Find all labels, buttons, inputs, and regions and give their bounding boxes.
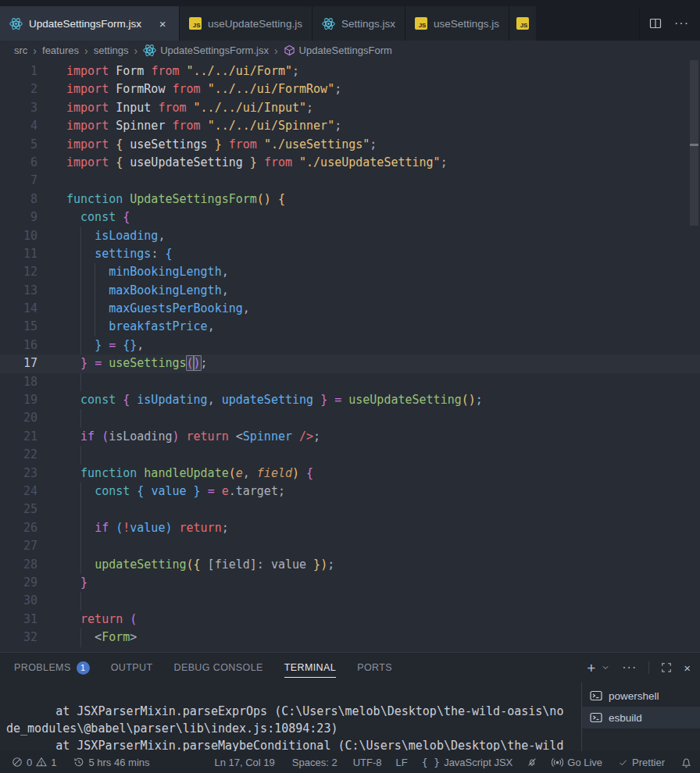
problems-status[interactable]: 0 1 (6, 753, 62, 771)
code-line-21[interactable]: 21 if (isLoading) return <Spinner />; (0, 428, 700, 446)
tab-useUpdateSetting.js[interactable]: JSuseUpdateSetting.js (180, 6, 312, 41)
code-line-28[interactable]: 28 updateSetting({ [field]: value }); (0, 556, 700, 574)
code-line-13[interactable]: 13 maxBookingLength, (0, 282, 700, 300)
indent-guide (95, 282, 95, 300)
split-editor-icon[interactable] (649, 17, 662, 30)
panel-tab-label: PORTS (357, 662, 392, 673)
notifications[interactable] (675, 753, 694, 771)
code-line-11[interactable]: 11 settings: { (0, 245, 700, 263)
code-line-3[interactable]: 3import Input from "../../ui/Input"; (0, 99, 700, 117)
line-number: 18 (0, 373, 38, 391)
code-line-12[interactable]: 12 minBookingLength, (0, 263, 700, 281)
terminal-item-esbuild[interactable]: esbuild (582, 707, 700, 728)
symbol-cube-icon (284, 45, 295, 56)
code-line-14[interactable]: 14 maxGuestsPerBooking, (0, 300, 700, 318)
code-line-7[interactable]: 7 (0, 172, 700, 190)
code-line-29[interactable]: 29 } (0, 574, 700, 592)
terminal-item-powershell[interactable]: powershell (582, 685, 700, 707)
panel-tab-problems[interactable]: PROBLEMS1 (14, 653, 90, 682)
code-line-5[interactable]: 5import { useSettings } from "./useSetti… (0, 136, 700, 154)
line-number: 17 (0, 354, 38, 372)
close-tab-icon[interactable]: × (155, 17, 170, 30)
code-line-19[interactable]: 19 const { isUpdating, updateSetting } =… (0, 391, 700, 409)
code-line-27[interactable]: 27 (0, 537, 700, 555)
more-actions-icon[interactable]: ··· (674, 17, 689, 30)
braces-icon: { } (422, 757, 440, 768)
panel-actions: + ··· × (587, 661, 691, 675)
close-panel-icon[interactable]: × (684, 662, 691, 674)
panel-tab-terminal[interactable]: TERMINAL (284, 653, 336, 682)
line-number: 30 (0, 592, 38, 610)
line-number: 20 (0, 409, 38, 427)
overview-ruler-cursor (690, 144, 698, 146)
breadcrumb-settings[interactable]: settings (94, 45, 129, 56)
time-tracker[interactable]: 5 hrs 46 mins (68, 753, 155, 771)
line-number: 2 (0, 80, 38, 98)
indent-guide (80, 373, 81, 391)
panel-tab-ports[interactable]: PORTS (357, 653, 392, 682)
eol-sequence[interactable]: LF (390, 753, 412, 771)
code-line-24[interactable]: 24 const { value } = e.target; (0, 483, 700, 500)
code-line-31[interactable]: 31 return ( (0, 611, 700, 629)
tab-useSettings.js[interactable]: JSuseSettings.js (405, 6, 509, 41)
tab-label: useSettings.js (434, 18, 499, 30)
panel-more-icon[interactable]: ··· (622, 661, 637, 674)
code-line-32[interactable]: 32 <Form> (0, 629, 700, 647)
go-live[interactable]: Go Live (546, 753, 608, 771)
editor[interactable]: 1import Form from "../../ui/Form";2impor… (0, 60, 700, 652)
tab-UpdateSettingsForm.jsx[interactable]: UpdateSettingsForm.jsx× (0, 6, 180, 41)
breadcrumb-src[interactable]: src (14, 45, 27, 56)
indent-guide (80, 537, 81, 555)
code-line-30[interactable]: 30 (0, 592, 700, 610)
breadcrumb-features[interactable]: features (42, 45, 79, 56)
terminal-output-line: de_modules\@babel\parser\lib\index.js:10… (6, 720, 581, 737)
editor-scrollbar[interactable] (690, 60, 698, 226)
tab-Settings.jsx[interactable]: Settings.jsx (312, 6, 405, 41)
code-line-8[interactable]: 8function UpdateSettingsForm() { (0, 191, 700, 208)
code-line-6[interactable]: 6import { useUpdateSetting } from "./use… (0, 154, 700, 172)
code-line-22[interactable]: 22 (0, 446, 700, 464)
code-line-20[interactable]: 20 (0, 409, 700, 427)
tab-overflow[interactable]: JS (509, 6, 536, 41)
tab-label: Settings.jsx (341, 18, 395, 30)
terminal-output[interactable]: at JSXParserMixin.parseExprOps (C:\Users… (0, 682, 581, 751)
code-line-23[interactable]: 23 function handleUpdate(e, field) { (0, 465, 700, 483)
code-line-26[interactable]: 26 if (!value) return; (0, 519, 700, 537)
code-line-10[interactable]: 10 isLoading, (0, 227, 700, 245)
line-number: 25 (0, 500, 38, 518)
code-line-9[interactable]: 9 const { (0, 208, 700, 226)
cursor-position[interactable]: Ln 17, Col 19 (209, 753, 280, 771)
panel-body: at JSXParserMixin.parseExprOps (C:\Users… (0, 682, 700, 751)
line-number: 14 (0, 300, 38, 318)
code-line-25[interactable]: 25 (0, 500, 700, 518)
formatter-status[interactable]: Prettier (612, 753, 670, 771)
panel-header: PROBLEMS1OUTPUTDEBUG CONSOLETERMINALPORT… (0, 653, 700, 682)
new-terminal-icon[interactable]: + (587, 661, 595, 675)
code-line-1[interactable]: 1import Form from "../../ui/Form"; (0, 62, 700, 80)
indent-guide (80, 446, 81, 464)
terminal-item-label: powershell (609, 690, 659, 702)
notifications-muted[interactable] (521, 753, 543, 771)
code-line-15[interactable]: 15 breakfastPrice, (0, 318, 700, 336)
maximize-panel-icon[interactable] (661, 662, 672, 673)
language-mode[interactable]: { } JavaScript JSX (416, 753, 519, 771)
indent-guide (80, 282, 81, 300)
panel-tab-debug-console[interactable]: DEBUG CONSOLE (173, 653, 262, 682)
panel-tab-output[interactable]: OUTPUT (111, 653, 153, 682)
breadcrumb-file[interactable]: UpdateSettingsForm.jsx (143, 44, 269, 57)
code-line-16[interactable]: 16 } = {}, (0, 337, 700, 354)
error-count: 0 (27, 757, 32, 768)
terminal-dropdown-icon[interactable] (601, 663, 610, 672)
indent-guide (80, 337, 81, 354)
code-line-18[interactable]: 18 (0, 373, 700, 391)
code-line-17[interactable]: 17 } = useSettings(); (0, 354, 700, 372)
breadcrumb-symbol[interactable]: UpdateSettingsForm (284, 45, 392, 56)
line-number: 5 (0, 136, 38, 154)
time-tracked: 5 hrs 46 mins (88, 757, 149, 768)
panel-tab-label: TERMINAL (284, 662, 336, 673)
indentation[interactable]: Spaces: 2 (287, 753, 343, 771)
code-line-2[interactable]: 2import FormRow from "../../ui/FormRow"; (0, 80, 700, 98)
code-line-4[interactable]: 4import Spinner from "../../ui/Spinner"; (0, 117, 700, 135)
encoding[interactable]: UTF-8 (348, 753, 388, 771)
error-circle-icon (12, 757, 23, 768)
